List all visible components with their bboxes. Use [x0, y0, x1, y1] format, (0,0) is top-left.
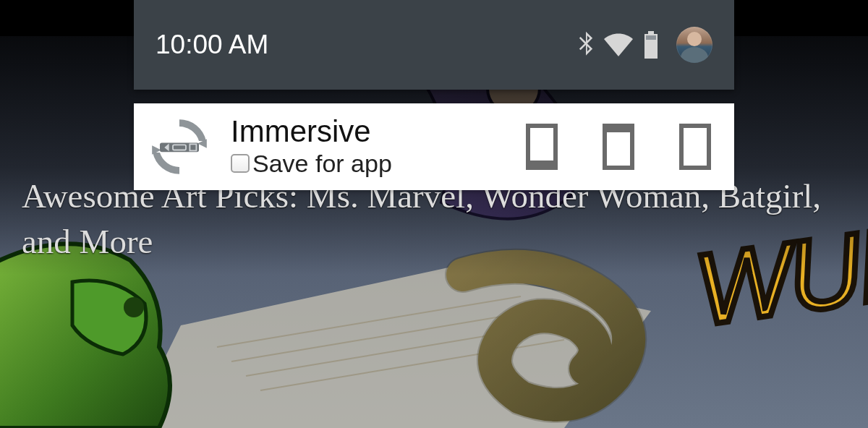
wifi-icon — [604, 33, 633, 56]
immersive-notification[interactable]: Immersive Save for app — [134, 103, 734, 190]
notification-shade-header[interactable]: 10:00 AM — [134, 0, 734, 90]
svg-rect-11 — [646, 35, 656, 40]
app-icon — [147, 114, 212, 179]
notification-title: Immersive — [231, 116, 524, 147]
save-for-app-label: Save for app — [252, 150, 392, 178]
immersive-app-icon — [147, 114, 212, 179]
mode-hide-statusbar-button[interactable] — [601, 121, 636, 172]
status-time: 10:00 AM — [156, 30, 268, 60]
bluetooth-icon — [578, 31, 594, 59]
svg-point-7 — [124, 297, 144, 317]
svg-rect-9 — [648, 31, 654, 34]
mode-full-immersive-button[interactable] — [678, 121, 712, 172]
save-for-app-checkbox[interactable] — [231, 154, 250, 173]
battery-icon — [643, 31, 659, 59]
user-avatar[interactable] — [676, 27, 712, 63]
mode-hide-navbar-button[interactable] — [524, 121, 559, 172]
